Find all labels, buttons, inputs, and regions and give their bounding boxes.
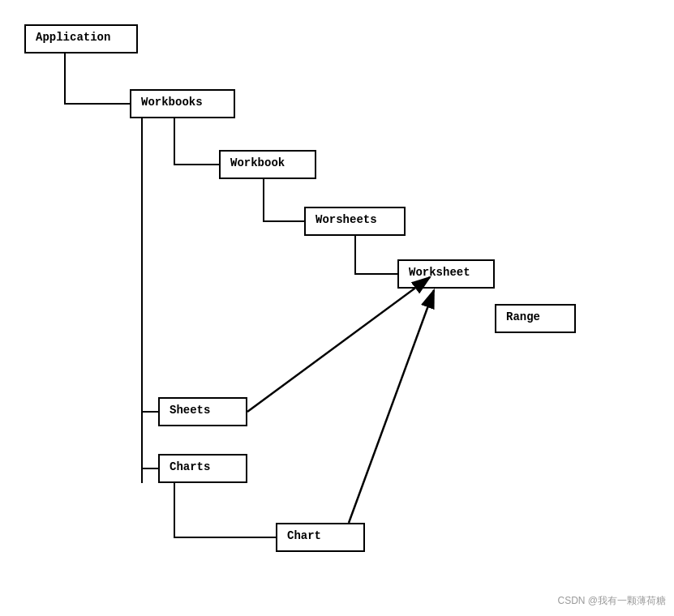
worksheet-label: Worksheet: [409, 266, 470, 279]
chart-label: Chart: [287, 529, 321, 542]
box-application: Application: [24, 24, 138, 53]
box-workbook: Workbook: [219, 150, 316, 179]
svg-line-5: [349, 290, 434, 523]
box-chart: Chart: [276, 523, 365, 552]
box-worsheets: Worsheets: [304, 207, 406, 236]
sheets-label: Sheets: [170, 404, 210, 417]
box-worksheet: Worksheet: [397, 259, 495, 289]
box-charts: Charts: [158, 454, 247, 483]
box-range: Range: [495, 304, 576, 333]
worsheets-label: Worsheets: [316, 213, 377, 226]
charts-label: Charts: [170, 460, 210, 473]
workbooks-label: Workbooks: [141, 96, 203, 109]
diagram-container: Application Workbooks Workbook Worsheets…: [0, 0, 674, 616]
range-label: Range: [506, 310, 540, 323]
application-label: Application: [36, 31, 110, 44]
workbook-label: Workbook: [230, 156, 285, 169]
svg-line-4: [247, 277, 430, 412]
watermark: CSDN @我有一颗薄荷糖: [557, 594, 666, 608]
box-workbooks: Workbooks: [130, 89, 235, 118]
box-sheets: Sheets: [158, 397, 247, 426]
